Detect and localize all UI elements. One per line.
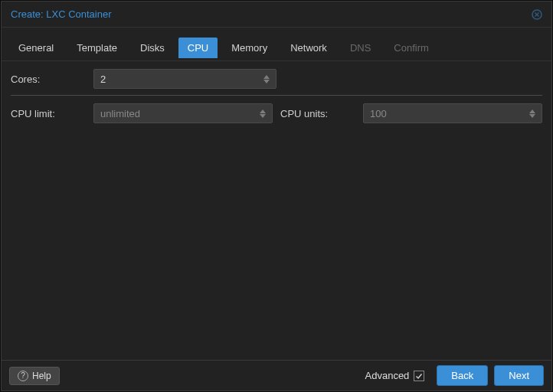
input-cpuunits[interactable]: 100	[363, 103, 542, 123]
tab-general[interactable]: General	[9, 38, 63, 58]
dialog-footer: ? Help Advanced Back Next	[2, 360, 551, 390]
spinner-icon[interactable]	[262, 70, 271, 88]
help-button-label: Help	[32, 371, 51, 381]
advanced-checkbox[interactable]	[414, 371, 424, 381]
advanced-toggle[interactable]: Advanced	[365, 370, 425, 381]
close-icon[interactable]	[530, 8, 544, 21]
tab-dns: DNS	[341, 38, 380, 58]
form-panel: Cores: 2 CPU limit: unlimited	[2, 61, 551, 360]
dialog-title: Create: LXC Container	[11, 8, 112, 20]
tab-network[interactable]: Network	[281, 38, 336, 58]
label-cpuunits: CPU units:	[280, 108, 363, 119]
row-advanced-cpu: CPU limit: unlimited CPU units: 100	[11, 103, 542, 123]
input-cpulimit-value: unlimited	[100, 108, 140, 119]
advanced-label: Advanced	[365, 370, 410, 381]
tab-template[interactable]: Template	[67, 38, 126, 58]
spinner-icon[interactable]	[528, 104, 537, 122]
tab-confirm: Confirm	[384, 38, 438, 58]
tab-cpu[interactable]: CPU	[178, 38, 218, 58]
tab-disks[interactable]: Disks	[131, 38, 174, 58]
next-button[interactable]: Next	[494, 365, 544, 386]
separator	[11, 95, 542, 96]
spinner-icon[interactable]	[258, 104, 267, 122]
input-cores[interactable]: 2	[93, 69, 276, 89]
input-cpulimit[interactable]: unlimited	[93, 103, 273, 123]
input-cores-value: 2	[100, 74, 106, 85]
help-button[interactable]: ? Help	[9, 367, 60, 385]
label-cpulimit: CPU limit:	[11, 108, 93, 119]
tabbar: General Template Disks CPU Memory Networ…	[2, 28, 551, 61]
tab-memory[interactable]: Memory	[222, 38, 276, 58]
label-cores: Cores:	[11, 74, 93, 85]
titlebar: Create: LXC Container	[2, 2, 551, 28]
create-lxc-dialog: Create: LXC Container General Template D…	[1, 1, 552, 391]
help-icon: ?	[18, 371, 28, 381]
input-cpuunits-value: 100	[370, 108, 387, 119]
back-button[interactable]: Back	[437, 365, 488, 386]
row-cores: Cores: 2	[11, 69, 542, 89]
